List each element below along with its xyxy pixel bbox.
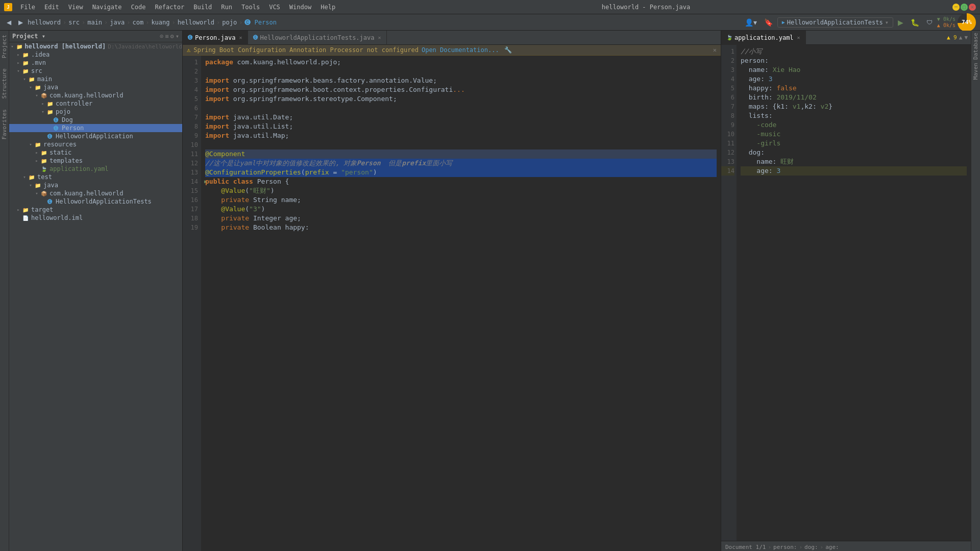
bc-kuang[interactable]: kuang: [151, 19, 169, 26]
code-line-4: import org.springframework.boot.context.…: [205, 85, 717, 94]
tree-item-controller[interactable]: ▸ 📁 controller: [9, 99, 182, 108]
forward-button[interactable]: ▶: [16, 18, 26, 27]
project-locate-icon[interactable]: ⊙: [160, 33, 163, 40]
bc-pojo[interactable]: pojo: [222, 19, 237, 26]
bc-java[interactable]: java: [110, 19, 125, 26]
warning-close[interactable]: ✕: [713, 46, 717, 54]
code-line-1: package com.kuang.helloworld.pojo;: [205, 58, 717, 67]
menu-navigate[interactable]: Navigate: [88, 3, 126, 12]
tree-item-templates[interactable]: ▸ 📁 templates: [9, 157, 182, 165]
code-lines[interactable]: package com.kuang.helloworld.pojo; impor…: [201, 56, 721, 551]
run-button[interactable]: ▶: [895, 17, 906, 28]
back-button[interactable]: ◀: [4, 18, 14, 27]
tree-item-dog[interactable]: 🅒 Dog: [9, 116, 182, 124]
menu-vcs[interactable]: VCS: [265, 3, 284, 12]
tree-item-main[interactable]: ▾ 📁 main: [9, 75, 182, 83]
tree-item-target[interactable]: ▸ 📁 target: [9, 206, 182, 214]
tree-item-idea[interactable]: ▸ 📁 .idea: [9, 51, 182, 59]
yaml-tabs: 🍃 application.yaml ✕ ▲ 9 ▲ ▼: [721, 31, 971, 45]
tree-item-hwapp[interactable]: 🅒 HelloworldApplication: [9, 132, 182, 140]
yaml-lnum-7: 7: [721, 102, 734, 111]
folder-icon-target: 📁: [21, 206, 30, 213]
tree-item-src[interactable]: ▾ 📁 src: [9, 67, 182, 75]
tree-arrow-java: ▾: [28, 85, 34, 90]
sidebar-maven-label[interactable]: Maven: [972, 63, 979, 80]
line-num-10: 10: [183, 140, 198, 149]
yaml-bc-age[interactable]: age:: [825, 544, 839, 550]
bc-helloword[interactable]: helloword: [28, 19, 61, 26]
run-config[interactable]: ▶ HelloworldApplicationTests ▾: [777, 17, 893, 28]
warning-link[interactable]: Open Documentation...: [422, 46, 499, 54]
project-settings-icon[interactable]: ⚙: [170, 33, 174, 40]
tree-label-test-com: com.kuang.helloworld: [50, 190, 124, 197]
tab-icon-person: 🅒: [188, 35, 193, 40]
yaml-nav-up[interactable]: ▲: [959, 34, 963, 41]
menu-help[interactable]: Help: [316, 3, 339, 12]
tab-appyaml[interactable]: 🍃 application.yaml ✕: [721, 31, 806, 45]
debug-button[interactable]: 🐛: [908, 17, 922, 28]
tab-close-hwtests[interactable]: ✕: [378, 35, 381, 40]
maximize-button[interactable]: □: [961, 4, 968, 11]
tree-item-resources[interactable]: ▾ 📁 resources: [9, 140, 182, 148]
tree-item-java[interactable]: ▾ 📁 java: [9, 83, 182, 91]
net-down: ▼ 0k/s: [937, 16, 955, 22]
tree-arrow-idea: ▸: [15, 52, 21, 57]
tree-item-iml[interactable]: 📄 helloworld.iml: [9, 214, 182, 222]
yaml-bc-dog[interactable]: dog:: [804, 544, 818, 550]
bookmark-button[interactable]: 🔖: [762, 17, 775, 28]
menu-edit[interactable]: Edit: [40, 3, 63, 12]
yaml-line-6: birth: 2019/11/02: [741, 93, 967, 102]
tree-label-root: helloword [helloworld]: [24, 43, 106, 50]
code-line-12: //这个是让yaml中对对象的值修改起效果的, 对象Person 但是prefi…: [205, 159, 717, 168]
coverage-button[interactable]: 🛡: [924, 18, 935, 27]
yaml-code[interactable]: //小写 person: name: Xie Hao age: 3 happy:…: [737, 45, 971, 541]
yaml-bc-person[interactable]: person:: [773, 544, 797, 550]
menu-refactor[interactable]: Refactor: [151, 3, 188, 12]
sidebar-favorites-label[interactable]: Favorites: [1, 109, 8, 140]
yaml-nav-down[interactable]: ▼: [964, 34, 968, 41]
yaml-line-13: name: 旺财: [741, 157, 967, 166]
project-panel: Project ▾ ⊙ ≡ ⚙ ▾ ▾ 📁 helloword [hellowo…: [9, 31, 183, 551]
tree-item-com-kuang[interactable]: ▾ 📦 com.kuang.helloworld: [9, 91, 182, 99]
editor-area: 🅒 Person.java ✕ 🅒 HelloworldApplicationT…: [183, 31, 721, 551]
bc-main[interactable]: main: [87, 19, 102, 26]
project-collapse-icon[interactable]: ≡: [165, 33, 168, 40]
sidebar-structure-label[interactable]: Structure: [1, 68, 8, 99]
menu-tools[interactable]: Tools: [237, 3, 264, 12]
close-button[interactable]: ✕: [969, 4, 976, 11]
menu-file[interactable]: File: [16, 3, 39, 12]
menu-window[interactable]: Window: [285, 3, 315, 12]
tree-item-pojo[interactable]: ▾ 📁 pojo: [9, 108, 182, 116]
tab-close-person[interactable]: ✕: [239, 35, 242, 40]
cpu-circle[interactable]: 74%: [958, 13, 976, 32]
sidebar-database-label[interactable]: Database: [972, 33, 979, 60]
bc-helloworld[interactable]: helloworld: [178, 19, 214, 26]
tree-item-mvn[interactable]: ▸ 📁 .mvn: [9, 59, 182, 67]
tab-close-yaml[interactable]: ✕: [797, 35, 800, 40]
tree-item-appyaml[interactable]: 🍃 application.yaml: [9, 165, 182, 173]
tree-item-root[interactable]: ▾ 📁 helloword [helloworld] D:\Javaidea\h…: [9, 42, 182, 51]
sidebar-project-label[interactable]: Project: [1, 35, 8, 58]
line-num-6: 6: [183, 104, 198, 113]
tab-person-java[interactable]: 🅒 Person.java ✕: [183, 31, 248, 45]
bc-com[interactable]: com: [132, 19, 143, 26]
project-gear-icon[interactable]: ▾: [176, 33, 179, 40]
app-icon: J: [4, 3, 12, 11]
tree-item-static[interactable]: ▸ 📁 static: [9, 148, 182, 157]
menu-view[interactable]: View: [64, 3, 87, 12]
tree-item-hwtests[interactable]: 🅒 HelloworldApplicationTests: [9, 197, 182, 206]
vcs-button[interactable]: 👤▾: [742, 17, 760, 28]
tree-item-person[interactable]: 🅒 Person: [9, 124, 182, 132]
bc-person[interactable]: 🅒 Person: [244, 19, 277, 26]
tab-hwtests[interactable]: 🅒 HelloworldApplicationTests.java ✕: [248, 31, 387, 45]
menu-run[interactable]: Run: [217, 3, 236, 12]
tree-item-test[interactable]: ▾ 📁 test: [9, 173, 182, 181]
warning-settings-icon[interactable]: 🔧: [504, 46, 512, 54]
line-num-8: 8: [183, 122, 198, 131]
tree-item-test-java[interactable]: ▾ 📁 java: [9, 181, 182, 189]
menu-build[interactable]: Build: [189, 3, 216, 12]
tree-item-test-com[interactable]: ▾ 📦 com.kuang.helloworld: [9, 189, 182, 197]
menu-code[interactable]: Code: [127, 3, 150, 12]
bc-src[interactable]: src: [68, 19, 80, 26]
minimize-button[interactable]: ─: [952, 4, 960, 11]
